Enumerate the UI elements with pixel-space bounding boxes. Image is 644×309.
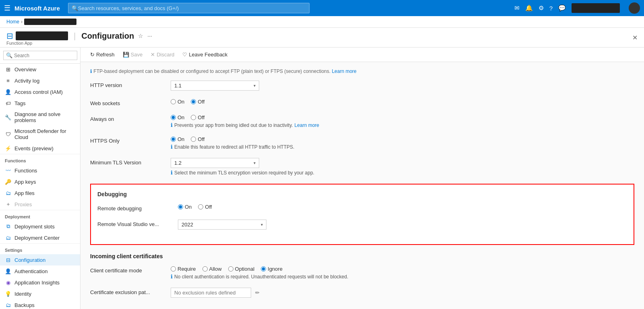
right-panel: ↻ Refresh 💾 Save ✕ Discard ♡ Leave Feedb…	[80, 48, 644, 309]
page-header-grid-icon: ⊟	[6, 31, 13, 41]
debugging-section: Debugging Remote debugging On	[90, 184, 634, 245]
sidebar-item-tags[interactable]: 🏷 Tags	[0, 97, 80, 109]
sidebar-item-label: Access control (IAM)	[14, 89, 63, 95]
always-on-on-radio[interactable]	[171, 115, 176, 120]
sidebar-search-container: 🔍	[0, 48, 80, 64]
sidebar-item-diagnose[interactable]: 🔧 Diagnose and solve problems	[0, 109, 80, 126]
learn-more-link[interactable]: Learn more	[332, 68, 356, 74]
sidebar-item-proxies[interactable]: ✦ Proxies	[0, 199, 80, 210]
sidebar-item-overview[interactable]: ⊞ Overview	[0, 64, 80, 75]
tls-hint-icon: ℹ	[171, 170, 173, 176]
https-only-off-radio[interactable]	[191, 137, 196, 142]
save-button[interactable]: 💾 Save	[120, 50, 146, 59]
page-header-divider: |	[74, 31, 76, 41]
overview-icon: ⊞	[5, 66, 11, 73]
https-only-on-option[interactable]: On	[171, 136, 184, 142]
sidebar-item-label: Deployment Center	[14, 235, 60, 241]
notifications-icon[interactable]: 🔔	[525, 4, 533, 12]
always-on-control: On Off ℹ Prevents your app from being id…	[171, 114, 634, 128]
favorite-star-icon[interactable]: ☆	[138, 33, 143, 39]
global-search[interactable]: 🔍	[68, 3, 310, 13]
https-only-off-option[interactable]: Off	[191, 136, 204, 142]
sidebar-section-deployment: Deployment	[0, 210, 80, 221]
sidebar-item-configuration[interactable]: ⊟ Configuration	[0, 254, 80, 265]
sidebar-item-backups[interactable]: 🗂 Backups	[0, 299, 80, 309]
sidebar-item-access-control[interactable]: 👤 Access control (IAM)	[0, 86, 80, 97]
sidebar-item-authentication[interactable]: 👤 Authentication	[0, 265, 80, 277]
web-sockets-off-option[interactable]: Off	[191, 99, 204, 105]
cert-mode-optional-radio[interactable]	[228, 266, 233, 272]
diagnose-icon: 🔧	[5, 114, 11, 120]
cert-mode-ignore-radio[interactable]	[261, 266, 266, 272]
always-on-radio-group: On Off	[171, 114, 634, 120]
sidebar-item-events[interactable]: ⚡ Events (preview)	[0, 143, 80, 154]
remote-vs-dropdown[interactable]: 2022 ▾	[178, 220, 266, 230]
breadcrumb-home[interactable]: Home	[6, 19, 19, 25]
always-on-off-option[interactable]: Off	[191, 114, 204, 120]
page-header: ⊟ | Configuration ☆ ··· Function App ✕	[0, 28, 644, 48]
cert-mode-allow-option[interactable]: Allow	[202, 266, 222, 272]
breadcrumb: Home ›	[0, 16, 644, 28]
sidebar-section-functions: Functions	[0, 154, 80, 165]
setting-cert-mode: Client certificate mode Require Allow	[90, 266, 634, 280]
min-tls-value: 1.2	[174, 160, 182, 166]
discard-button[interactable]: ✕ Discard	[147, 50, 178, 59]
cert-mode-require-radio[interactable]	[171, 266, 176, 272]
refresh-button[interactable]: ↻ Refresh	[87, 50, 118, 59]
min-tls-dropdown[interactable]: 1.2 ▾	[171, 158, 259, 168]
cert-mode-allow-radio[interactable]	[202, 266, 208, 272]
remote-debugging-label: Remote debugging	[97, 204, 178, 212]
breadcrumb-resource	[24, 19, 76, 25]
edit-icon[interactable]: ✏	[255, 290, 260, 296]
remote-debugging-control: On Off	[178, 204, 627, 210]
chevron-down-icon: ▾	[254, 83, 256, 88]
incoming-certs-section: Incoming client certificates Client cert…	[90, 253, 634, 298]
help-icon[interactable]: ?	[549, 5, 553, 12]
user-account[interactable]	[572, 3, 620, 13]
remote-debugging-off-radio[interactable]	[198, 204, 203, 209]
always-on-learn-more-link[interactable]: Learn more	[295, 122, 319, 128]
cert-exclusion-input[interactable]	[171, 288, 251, 298]
sidebar-item-label: Authentication	[14, 268, 47, 274]
sidebar-item-deployment-slots[interactable]: ⧉ Deployment slots	[0, 221, 80, 232]
email-icon[interactable]: ✉	[514, 4, 520, 12]
sidebar-item-functions[interactable]: 〰 Functions	[0, 165, 80, 176]
always-on-on-option[interactable]: On	[171, 114, 184, 120]
sidebar-item-activity-log[interactable]: ≡ Activity log	[0, 75, 80, 86]
web-sockets-on-radio[interactable]	[171, 99, 176, 104]
more-options-icon[interactable]: ···	[147, 33, 152, 39]
web-sockets-on-option[interactable]: On	[171, 99, 184, 105]
sidebar-item-app-insights[interactable]: ◉ Application Insights	[0, 277, 80, 288]
hamburger-icon[interactable]: ☰	[4, 4, 10, 12]
events-icon: ⚡	[5, 145, 11, 151]
sidebar-item-defender[interactable]: 🛡 Microsoft Defender for Cloud	[0, 126, 80, 143]
cert-mode-ignore-option[interactable]: Ignore	[261, 266, 283, 272]
https-only-on-radio[interactable]	[171, 137, 176, 142]
sidebar-search-input[interactable]	[14, 53, 74, 58]
remote-debugging-on-option[interactable]: On	[178, 204, 192, 210]
sidebar-item-identity[interactable]: 💡 Identity	[0, 288, 80, 299]
page-header-resource-name	[16, 31, 68, 40]
remote-debugging-on-radio[interactable]	[178, 204, 183, 209]
sidebar-item-app-keys[interactable]: 🔑 App keys	[0, 176, 80, 187]
web-sockets-off-radio[interactable]	[191, 99, 196, 104]
deployment-slots-icon: ⧉	[5, 223, 11, 230]
feedback-button[interactable]: ♡ Leave Feedback	[179, 50, 231, 59]
sidebar-item-label: Tags	[14, 100, 25, 106]
feedback-icon[interactable]: 💬	[558, 4, 566, 12]
remote-debugging-off-option[interactable]: Off	[198, 204, 212, 210]
topbar-icons: ✉ 🔔 ⚙ ? 💬	[514, 2, 640, 14]
sidebar-item-label: Events (preview)	[14, 145, 54, 151]
cert-mode-optional-option[interactable]: Optional	[228, 266, 254, 272]
avatar[interactable]	[629, 2, 640, 14]
http-version-dropdown[interactable]: 1.1 ▾	[171, 81, 259, 91]
always-on-off-radio[interactable]	[191, 115, 196, 120]
close-button[interactable]: ✕	[632, 34, 638, 45]
sidebar-item-app-files[interactable]: 🗂 App files	[0, 187, 80, 199]
cert-mode-require-option[interactable]: Require	[171, 266, 196, 272]
bell-icon[interactable]: ⚙	[539, 4, 544, 12]
hint-info-icon: ℹ	[171, 122, 173, 128]
global-search-input[interactable]	[78, 5, 306, 11]
sidebar-search-box[interactable]: 🔍	[3, 51, 77, 60]
sidebar-item-deployment-center[interactable]: 🗂 Deployment Center	[0, 232, 80, 243]
